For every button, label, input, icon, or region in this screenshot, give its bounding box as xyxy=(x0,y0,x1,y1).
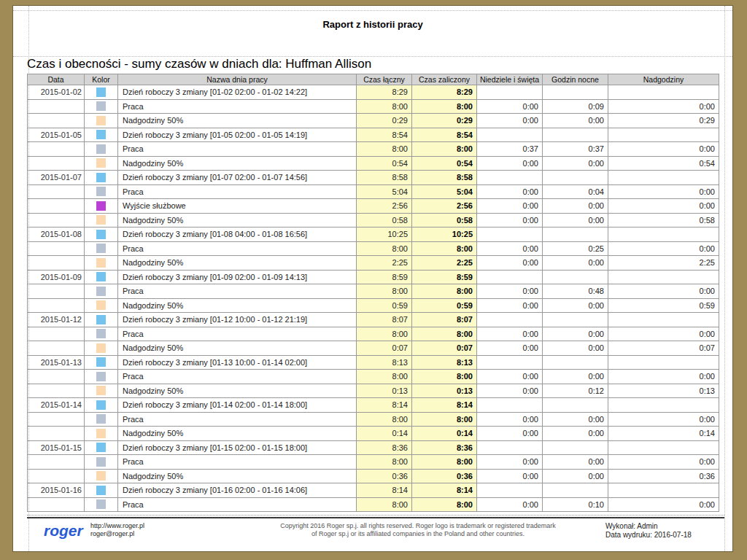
table-row: Nadgodziny 50%0:130:130:000:120:13 xyxy=(28,384,719,398)
column-header-sundays: Niedziele i święta xyxy=(477,74,543,85)
table-row: Nadgodziny 50%2:252:250:000:002:25 xyxy=(28,256,719,271)
cell-counted: 8:36 xyxy=(412,440,477,455)
column-header-name: Nazwa dnia pracy xyxy=(118,74,357,85)
cell-date xyxy=(28,256,85,271)
table-row: Wyjście służbowe2:562:560:000:000:00 xyxy=(28,199,719,214)
cell-counted: 8:29 xyxy=(412,85,477,100)
cell-sundays: 0:00 xyxy=(477,455,543,470)
cell-color xyxy=(85,128,118,142)
cell-overtime: 0:00 xyxy=(608,199,719,214)
cell-total: 2:25 xyxy=(357,256,412,271)
cell-night: 0:00 xyxy=(543,341,608,356)
table-header-row: DataKolorNazwa dnia pracyCzas łącznyCzas… xyxy=(28,74,719,85)
cell-total: 0:07 xyxy=(357,341,412,356)
margin-guide-top xyxy=(13,10,732,11)
cell-date xyxy=(28,199,85,214)
cell-counted: 8:00 xyxy=(412,370,477,384)
cell-night: 0:48 xyxy=(543,284,608,299)
cell-color xyxy=(85,313,118,327)
cell-name: Praca xyxy=(118,370,357,384)
column-header-color: Kolor xyxy=(85,74,118,85)
cell-date: 2015-01-16 xyxy=(28,483,85,498)
cell-name: Nadgodziny 50% xyxy=(118,384,357,398)
cell-total: 8:00 xyxy=(357,412,412,427)
cell-name: Dzień roboczy 3 zmiany [01-12 10:00 - 01… xyxy=(118,313,357,327)
cell-date xyxy=(28,156,85,171)
color-swatch xyxy=(96,201,106,211)
column-header-date: Data xyxy=(28,74,85,85)
color-swatch xyxy=(96,457,106,467)
cell-night: 0:04 xyxy=(543,184,608,199)
table-row: 2015-01-02Dzień roboczy 3 zmiany [01-02 … xyxy=(28,85,719,100)
cell-total: 8:00 xyxy=(357,497,412,512)
table-row: 2015-01-16Dzień roboczy 3 zmiany [01-16 … xyxy=(28,483,719,498)
cell-color xyxy=(85,370,118,384)
cell-total: 8:14 xyxy=(357,483,412,498)
color-swatch xyxy=(96,372,106,381)
cell-color xyxy=(85,228,118,242)
cell-date xyxy=(28,455,85,470)
cell-total: 8:14 xyxy=(357,398,412,413)
cell-total: 0:36 xyxy=(357,469,412,483)
cell-night xyxy=(543,270,608,284)
cell-date xyxy=(28,142,85,157)
cell-overtime: 0:58 xyxy=(608,213,719,228)
cell-color xyxy=(85,341,118,356)
cell-name: Praca xyxy=(118,455,357,470)
cell-night xyxy=(543,128,608,142)
cell-sundays: 0:00 xyxy=(477,213,543,228)
cell-overtime: 0:07 xyxy=(608,341,719,356)
table-row: 2015-01-05Dzień roboczy 3 zmiany [01-05 … xyxy=(28,128,719,142)
cell-date: 2015-01-13 xyxy=(28,355,85,370)
cell-total: 8:58 xyxy=(357,171,412,185)
cell-sundays: 0:00 xyxy=(477,327,543,341)
cell-name: Nadgodziny 50% xyxy=(118,156,357,171)
work-history-table-container: DataKolorNazwa dnia pracyCzas łącznyCzas… xyxy=(27,74,719,512)
cell-overtime xyxy=(608,440,719,455)
cell-overtime xyxy=(608,398,719,413)
cell-date xyxy=(28,327,85,341)
cell-sundays: 0:00 xyxy=(477,341,543,356)
cell-name: Nadgodziny 50% xyxy=(118,298,357,313)
table-row: Praca8:008:000:370:370:00 xyxy=(28,142,719,157)
color-swatch xyxy=(96,486,106,495)
footer-divider-dotted xyxy=(27,515,724,516)
cell-sundays xyxy=(477,85,543,100)
cell-name: Praca xyxy=(118,284,357,299)
cell-night: 0:37 xyxy=(543,142,608,157)
cell-name: Praca xyxy=(118,241,357,256)
cell-counted: 8:07 xyxy=(412,313,477,327)
column-header-overtime: Nadgodziny xyxy=(608,74,719,85)
table-row: Nadgodziny 50%0:540:540:000:000:54 xyxy=(28,156,719,171)
cell-total: 5:04 xyxy=(357,184,412,199)
table-row: Nadgodziny 50%0:070:070:000:000:07 xyxy=(28,341,719,356)
cell-color xyxy=(85,184,118,199)
cell-overtime xyxy=(608,85,719,100)
table-row: Nadgodziny 50%0:360:360:000:000:36 xyxy=(28,469,719,483)
cell-night: 0:09 xyxy=(543,99,608,114)
cell-night xyxy=(543,483,608,498)
color-swatch xyxy=(96,101,106,111)
cell-sundays: 0:00 xyxy=(477,412,543,427)
cell-total: 0:14 xyxy=(357,427,412,441)
cell-night xyxy=(543,440,608,455)
cell-color xyxy=(85,156,118,171)
footer-copyright: Copyright 2016 Roger sp.j. all rights re… xyxy=(254,522,582,538)
cell-color xyxy=(85,427,118,441)
cell-counted: 8:00 xyxy=(412,455,477,470)
cell-counted: 8:00 xyxy=(412,327,477,341)
cell-night: 0:00 xyxy=(543,327,608,341)
cell-sundays: 0:00 xyxy=(477,99,543,114)
column-header-night: Godzin nocne xyxy=(543,74,608,85)
cell-total: 10:25 xyxy=(357,228,412,242)
cell-total: 8:00 xyxy=(357,142,412,157)
cell-color xyxy=(85,497,118,512)
color-swatch xyxy=(96,258,106,268)
cell-date: 2015-01-02 xyxy=(28,85,85,100)
cell-color xyxy=(85,85,118,100)
color-swatch xyxy=(96,287,106,296)
cell-color xyxy=(85,241,118,256)
cell-counted: 2:25 xyxy=(412,256,477,271)
cell-counted: 0:54 xyxy=(412,156,477,171)
table-row: Praca8:008:000:000:100:00 xyxy=(28,497,719,512)
